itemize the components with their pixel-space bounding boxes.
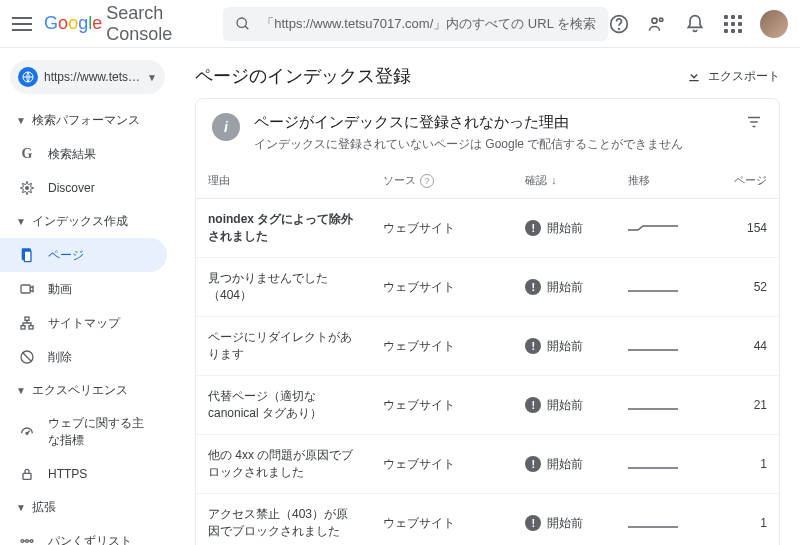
- reasons-table: 理由 ソース? 確認↓ 推移 ページ noindex タグによって除外されました…: [196, 163, 779, 545]
- nav-section-label: インデックス作成: [32, 213, 128, 230]
- nav-section-header[interactable]: ▼エクスペリエンス: [0, 374, 175, 407]
- sparkline-icon: [628, 338, 678, 352]
- sort-down-icon: ↓: [551, 174, 557, 186]
- status-label: 開始前: [547, 220, 583, 237]
- status-badge-icon: !: [525, 397, 541, 413]
- people-icon[interactable]: [646, 13, 668, 35]
- nav-section-header[interactable]: ▼インデックス作成: [0, 205, 175, 238]
- table-row[interactable]: アクセス禁止（403）が原因でブロックされましたウェブサイト!開始前1: [196, 494, 779, 546]
- status-label: 開始前: [547, 397, 583, 414]
- table-row[interactable]: 他の 4xx の問題が原因でブロックされましたウェブサイト!開始前1: [196, 435, 779, 494]
- main-content: ページのインデックス登録 エクスポート i ページがインデックスに登録されなかっ…: [175, 48, 800, 545]
- sidebar-item[interactable]: ウェブに関する主な指標: [0, 407, 167, 457]
- cell-pages: 21: [708, 376, 779, 435]
- chevron-down-icon: ▼: [147, 72, 157, 83]
- account-avatar[interactable]: [760, 10, 788, 38]
- property-selector[interactable]: https://www.tetsu7017... ▼: [10, 60, 165, 94]
- cell-reason: 代替ページ（適切な canonical タグあり）: [196, 376, 371, 435]
- status-label: 開始前: [547, 279, 583, 296]
- sidebar-item-label: ウェブに関する主な指標: [48, 415, 151, 449]
- notifications-icon[interactable]: [684, 13, 706, 35]
- nav-section-label: エクスペリエンス: [32, 382, 128, 399]
- video-icon: [18, 280, 36, 298]
- status-badge-icon: !: [525, 515, 541, 531]
- sidebar-item[interactable]: G検索結果: [0, 137, 167, 171]
- status-badge-icon: !: [525, 279, 541, 295]
- sidebar-item-label: 削除: [48, 349, 72, 366]
- nav-section-header[interactable]: ▼拡張: [0, 491, 175, 524]
- sidebar-item-label: 検索結果: [48, 146, 96, 163]
- cell-source: ウェブサイト: [371, 317, 513, 376]
- svg-rect-10: [21, 285, 30, 293]
- sidebar-item[interactable]: ページ: [0, 238, 167, 272]
- page-icon: [18, 246, 36, 264]
- status-label: 開始前: [547, 456, 583, 473]
- remove-icon: [18, 348, 36, 366]
- help-icon[interactable]: ?: [420, 174, 434, 188]
- cell-trend: [616, 199, 708, 258]
- sidebar-item-label: パンくずリスト: [48, 533, 132, 546]
- chevron-down-icon: ▼: [16, 502, 26, 513]
- svg-point-17: [21, 540, 24, 543]
- hamburger-menu-icon[interactable]: [12, 12, 32, 36]
- table-row[interactable]: 代替ページ（適切な canonical タグあり）ウェブサイト!開始前21: [196, 376, 779, 435]
- search-input[interactable]: 「https://www.tetsu7017.com/」内のすべての URL を…: [223, 7, 608, 41]
- svg-point-15: [26, 432, 28, 434]
- cell-reason: noindex タグによって除外されました: [196, 199, 371, 258]
- svg-point-7: [25, 186, 29, 190]
- cell-confirm: !開始前: [513, 199, 615, 258]
- search-icon: [235, 16, 251, 32]
- sidebar-item[interactable]: Discover: [0, 171, 167, 205]
- svg-rect-12: [21, 326, 25, 329]
- cell-trend: [616, 317, 708, 376]
- help-icon[interactable]: [608, 13, 630, 35]
- col-confirm[interactable]: 確認↓: [513, 163, 615, 199]
- col-source[interactable]: ソース?: [371, 163, 513, 199]
- sparkline-icon: [628, 220, 678, 234]
- sidebar-item-label: 動画: [48, 281, 72, 298]
- nav-section-header[interactable]: ▼検索パフォーマンス: [0, 104, 175, 137]
- filter-icon[interactable]: [745, 113, 763, 135]
- card-title: ページがインデックスに登録されなかった理由: [254, 113, 683, 132]
- svg-rect-16: [23, 473, 31, 479]
- cell-confirm: !開始前: [513, 376, 615, 435]
- col-trend[interactable]: 推移: [616, 163, 708, 199]
- chevron-down-icon: ▼: [16, 115, 26, 126]
- cell-confirm: !開始前: [513, 258, 615, 317]
- table-row[interactable]: ページにリダイレクトがありますウェブサイト!開始前44: [196, 317, 779, 376]
- sidebar-item[interactable]: HTTPS: [0, 457, 167, 491]
- sidebar-item[interactable]: 削除: [0, 340, 167, 374]
- cell-confirm: !開始前: [513, 494, 615, 546]
- export-button[interactable]: エクスポート: [686, 68, 780, 85]
- svg-line-1: [245, 26, 248, 29]
- svg-rect-13: [29, 326, 33, 329]
- svg-point-18: [26, 540, 29, 543]
- cell-pages: 154: [708, 199, 779, 258]
- col-pages[interactable]: ページ: [708, 163, 779, 199]
- apps-icon[interactable]: [722, 13, 744, 35]
- cell-pages: 44: [708, 317, 779, 376]
- cell-confirm: !開始前: [513, 317, 615, 376]
- svg-rect-11: [25, 317, 29, 320]
- nav-section-label: 検索パフォーマンス: [32, 112, 140, 129]
- property-label: https://www.tetsu7017...: [44, 70, 141, 84]
- table-row[interactable]: 見つかりませんでした（404）ウェブサイト!開始前52: [196, 258, 779, 317]
- sidebar-item[interactable]: 動画: [0, 272, 167, 306]
- cell-reason: アクセス禁止（403）が原因でブロックされました: [196, 494, 371, 546]
- product-logo[interactable]: Google Search Console: [44, 3, 203, 45]
- cell-source: ウェブサイト: [371, 258, 513, 317]
- table-row[interactable]: noindex タグによって除外されましたウェブサイト!開始前154: [196, 199, 779, 258]
- svg-point-0: [237, 18, 246, 27]
- info-icon: i: [212, 113, 240, 141]
- sidebar-item-label: サイトマップ: [48, 315, 120, 332]
- sidebar-item[interactable]: パンくずリスト: [0, 524, 167, 545]
- reasons-card: i ページがインデックスに登録されなかった理由 インデックスに登録されていないペ…: [195, 98, 780, 545]
- app-header: Google Search Console 「https://www.tetsu…: [0, 0, 800, 48]
- cell-reason: 見つかりませんでした（404）: [196, 258, 371, 317]
- sidebar-item[interactable]: サイトマップ: [0, 306, 167, 340]
- header-actions: [608, 10, 788, 38]
- cell-trend: [616, 494, 708, 546]
- cell-confirm: !開始前: [513, 435, 615, 494]
- col-reason[interactable]: 理由: [196, 163, 371, 199]
- globe-icon: [18, 67, 38, 87]
